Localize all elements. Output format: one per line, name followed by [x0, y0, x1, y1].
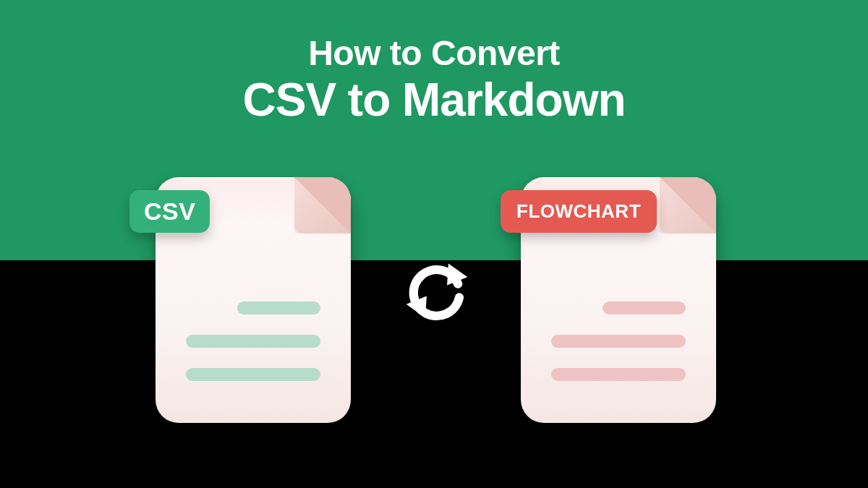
- title-line-1: How to Convert: [0, 35, 868, 73]
- dog-ear-icon: [660, 177, 716, 234]
- document-flowchart: FLOWCHART: [521, 177, 716, 423]
- text-line: [551, 335, 686, 348]
- text-line: [603, 301, 686, 314]
- csv-badge: CSV: [129, 190, 210, 233]
- canvas: How to Convert CSV to Markdown CSV FLOWC…: [0, 0, 868, 488]
- flowchart-badge: FLOWCHART: [501, 190, 657, 233]
- title-line-2: CSV to Markdown: [0, 76, 868, 124]
- text-line: [186, 335, 320, 348]
- text-line: [186, 368, 320, 381]
- convert-arrows-icon: [402, 257, 470, 325]
- document-lines: [551, 301, 686, 381]
- title-block: How to Convert CSV to Markdown: [0, 35, 868, 124]
- text-line: [237, 301, 320, 314]
- document-lines: [186, 301, 320, 381]
- dog-ear-icon: [294, 177, 351, 234]
- document-csv: CSV: [156, 177, 351, 423]
- text-line: [551, 368, 686, 381]
